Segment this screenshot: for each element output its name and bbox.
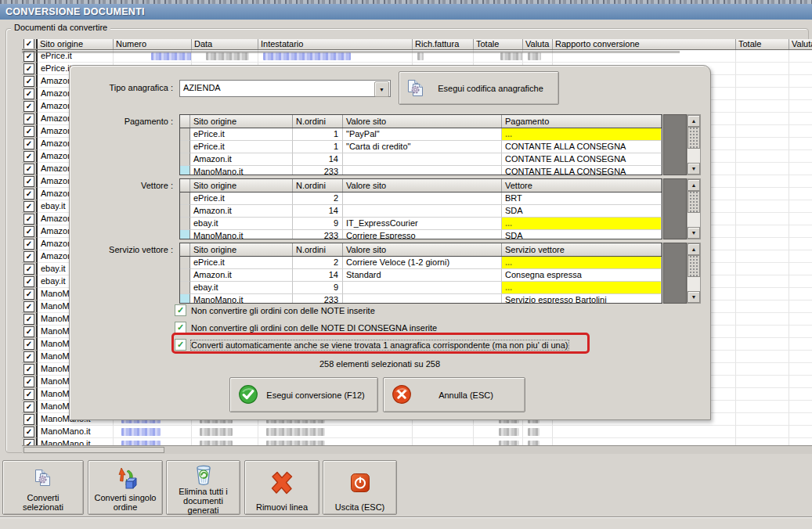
tipo-anagrafica-select[interactable]: AZIENDA ▼ bbox=[179, 80, 391, 97]
checkbox-checked-icon[interactable]: ✓ bbox=[175, 322, 186, 333]
select-all-checkbox[interactable]: ✓ bbox=[23, 39, 34, 49]
column-header[interactable]: Data bbox=[192, 39, 258, 49]
row-checkbox-cell[interactable]: ✓ bbox=[22, 225, 38, 238]
mapping-cell[interactable]: CONTANTE ALLA CONSEGNA bbox=[502, 166, 662, 175]
row-checkbox-cell[interactable]: ✓ bbox=[22, 75, 38, 88]
mapping-column-header[interactable]: Servizio vettore bbox=[502, 243, 662, 256]
row-checkbox-cell[interactable]: ✓ bbox=[22, 300, 38, 313]
row-checkbox[interactable]: ✓ bbox=[23, 164, 34, 175]
row-checkbox-cell[interactable]: ✓ bbox=[22, 351, 38, 363]
mapping-column-header[interactable]: Valore sito bbox=[343, 115, 502, 128]
esegui-conversione-button[interactable]: Esegui conversione (F12) bbox=[229, 377, 378, 412]
row-checkbox-cell[interactable]: ✓ bbox=[22, 100, 38, 113]
dialog-checkbox-row[interactable]: ✓Non convertire gli ordini con delle NOT… bbox=[175, 304, 375, 316]
row-checkbox-cell[interactable]: ✓ bbox=[22, 426, 38, 438]
row-checkbox[interactable]: ✓ bbox=[23, 189, 34, 200]
row-checkbox-cell[interactable]: ✓ bbox=[22, 388, 38, 401]
scrollbar-thumb[interactable] bbox=[687, 191, 700, 213]
row-checkbox[interactable]: ✓ bbox=[23, 76, 34, 87]
row-checkbox[interactable]: ✓ bbox=[23, 113, 34, 124]
annulla-button[interactable]: Annulla (ESC) bbox=[383, 377, 525, 412]
mapping-column-header[interactable]: Valore sito bbox=[343, 179, 502, 192]
row-checkbox[interactable]: ✓ bbox=[23, 201, 34, 212]
row-checkbox-cell[interactable]: ✓ bbox=[22, 163, 38, 175]
row-checkbox[interactable]: ✓ bbox=[23, 88, 34, 99]
mapping-cell[interactable]: ... bbox=[502, 128, 662, 141]
mapping-cell[interactable]: ... bbox=[502, 257, 662, 269]
row-checkbox[interactable]: ✓ bbox=[23, 63, 34, 74]
mapping-column-header[interactable]: Sito origine bbox=[190, 243, 293, 256]
row-checkbox[interactable]: ✓ bbox=[23, 364, 34, 375]
mapping-row[interactable]: ebay.it9IT_ExpressCourier... bbox=[180, 218, 662, 230]
column-header[interactable]: Rich.fattura bbox=[413, 39, 474, 49]
mapping-cell[interactable]: CONTANTE ALLA CONSEGNA bbox=[502, 153, 662, 166]
scrollbar-thumb[interactable] bbox=[687, 255, 700, 277]
row-checkbox[interactable]: ✓ bbox=[23, 426, 34, 437]
converti-selezionati-button[interactable]: Converti selezionati bbox=[2, 460, 84, 515]
chevron-down-icon[interactable]: ▼ bbox=[374, 81, 389, 97]
mapping-cell[interactable]: SDA bbox=[502, 205, 662, 218]
row-checkbox-cell[interactable]: ✓ bbox=[22, 250, 38, 263]
row-checkbox-cell[interactable]: ✓ bbox=[22, 413, 38, 426]
mapping-row[interactable]: ManoMano.it233Corriere EspressoSDA bbox=[180, 230, 662, 239]
row-checkbox-cell[interactable]: ✓ bbox=[22, 188, 38, 200]
mapping-column-header[interactable]: Vettore bbox=[502, 179, 662, 192]
scroll-up-button[interactable]: ▲ bbox=[687, 243, 700, 255]
row-checkbox-cell[interactable]: ✓ bbox=[22, 175, 38, 188]
horizontal-scrollbar[interactable] bbox=[22, 445, 812, 454]
mapping-row[interactable]: ePrice.it1"Carta di credito"CONTANTE ALL… bbox=[180, 141, 662, 153]
mapping-row[interactable]: Amazon.it14SDA bbox=[180, 205, 662, 218]
row-checkbox-cell[interactable]: ✓ bbox=[22, 326, 38, 338]
mapping-column-header[interactable]: Pagamento bbox=[502, 115, 662, 128]
row-checkbox[interactable]: ✓ bbox=[23, 214, 34, 225]
row-checkbox[interactable]: ✓ bbox=[23, 339, 34, 350]
column-header[interactable]: Totale bbox=[736, 39, 789, 49]
scrollbar-thumb[interactable] bbox=[687, 127, 700, 149]
vertical-scrollbar[interactable]: ▲▼ bbox=[687, 114, 701, 175]
row-checkbox[interactable]: ✓ bbox=[23, 264, 34, 275]
row-checkbox[interactable]: ✓ bbox=[23, 126, 34, 137]
converti-singolo-ordine-button[interactable]: Converti singolo ordine bbox=[88, 460, 163, 515]
mapping-column-header[interactable]: N.ordini bbox=[293, 115, 343, 128]
scroll-down-button[interactable]: ▼ bbox=[687, 163, 700, 175]
mapping-column-header[interactable]: Sito origine bbox=[190, 179, 293, 192]
mapping-cell[interactable]: Servizio espresso Bartolini bbox=[502, 294, 662, 304]
column-header[interactable]: Intestatario bbox=[258, 39, 413, 49]
mapping-row[interactable]: ePrice.it1"PayPal"... bbox=[180, 128, 662, 141]
row-checkbox-cell[interactable]: ✓ bbox=[22, 263, 38, 275]
row-checkbox-cell[interactable]: ✓ bbox=[22, 150, 38, 163]
scroll-down-button[interactable]: ▼ bbox=[687, 291, 700, 303]
mapping-cell[interactable]: Consegna espressa bbox=[502, 269, 662, 282]
select-all-checkbox-cell[interactable]: ✓ bbox=[22, 39, 38, 49]
row-checkbox-cell[interactable]: ✓ bbox=[22, 113, 38, 125]
mapping-cell[interactable]: ... bbox=[502, 218, 662, 230]
row-checkbox[interactable]: ✓ bbox=[23, 289, 34, 300]
mapping-row[interactable]: ePrice.it2BRT bbox=[180, 193, 662, 205]
row-checkbox[interactable]: ✓ bbox=[23, 139, 34, 149]
column-header[interactable]: Valuta bbox=[523, 39, 553, 49]
uscita-button[interactable]: Uscita (ESC) bbox=[323, 460, 397, 515]
vertical-scrollbar[interactable]: ▲▼ bbox=[687, 178, 701, 239]
row-checkbox-cell[interactable]: ✓ bbox=[22, 200, 38, 213]
row-checkbox-cell[interactable]: ✓ bbox=[22, 213, 38, 225]
row-checkbox[interactable]: ✓ bbox=[23, 151, 34, 162]
dialog-checkbox-row[interactable]: ✓Non convertire gli ordini con delle NOT… bbox=[175, 322, 437, 333]
mapping-column-header[interactable]: Sito origine bbox=[190, 115, 293, 128]
mapping-cell[interactable]: CONTANTE ALLA CONSEGNA bbox=[502, 141, 662, 153]
row-checkbox-cell[interactable]: ✓ bbox=[22, 238, 38, 250]
row-checkbox[interactable]: ✓ bbox=[23, 101, 34, 112]
mapping-cell[interactable]: SDA bbox=[502, 230, 662, 239]
row-checkbox[interactable]: ✓ bbox=[23, 326, 34, 337]
row-checkbox-cell[interactable]: ✓ bbox=[22, 313, 38, 326]
row-checkbox[interactable]: ✓ bbox=[23, 314, 34, 325]
mapping-row[interactable]: ebay.it9... bbox=[180, 282, 662, 294]
table-row[interactable]: ✓ManoMano.it bbox=[22, 426, 812, 438]
row-checkbox-cell[interactable]: ✓ bbox=[22, 88, 38, 100]
row-checkbox[interactable]: ✓ bbox=[23, 239, 34, 250]
row-checkbox-cell[interactable]: ✓ bbox=[22, 138, 38, 150]
row-checkbox[interactable]: ✓ bbox=[23, 251, 34, 262]
mapping-row[interactable]: Amazon.it14CONTANTE ALLA CONSEGNA bbox=[180, 153, 662, 166]
checkbox-checked-icon[interactable]: ✓ bbox=[175, 304, 186, 316]
row-checkbox[interactable]: ✓ bbox=[23, 389, 34, 400]
column-header[interactable]: Totale bbox=[474, 39, 523, 49]
